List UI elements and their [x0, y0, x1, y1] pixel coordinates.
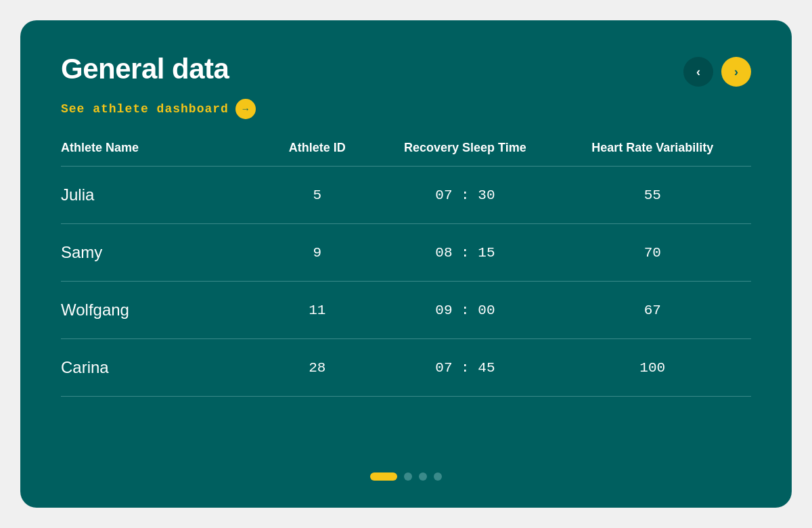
pagination-dots [370, 472, 442, 481]
pagination [61, 472, 751, 481]
cell-sleep: 09 : 00 [376, 303, 554, 318]
data-table: Athlete Name Athlete ID Recovery Sleep T… [61, 141, 751, 454]
cell-sleep: 07 : 45 [376, 360, 554, 376]
nav-buttons: ‹ › [683, 57, 751, 87]
col-header-hrv: Heart Rate Variability [554, 141, 751, 155]
pagination-dot[interactable] [434, 472, 442, 481]
pagination-dot[interactable] [419, 472, 427, 481]
cell-hrv: 70 [554, 245, 751, 261]
title-section: General data [61, 53, 229, 85]
cell-hrv: 55 [554, 188, 751, 203]
col-header-id: Athlete ID [258, 141, 376, 155]
prev-button[interactable]: ‹ [683, 57, 713, 87]
cell-name: Wolfgang [61, 301, 258, 320]
pagination-dot[interactable] [404, 472, 412, 481]
cell-sleep: 08 : 15 [376, 245, 554, 261]
col-header-name: Athlete Name [61, 141, 258, 155]
main-card: General data ‹ › See athlete dashboard →… [20, 20, 792, 508]
card-header: General data ‹ › [61, 53, 751, 87]
table-row: Wolfgang 11 09 : 00 67 [61, 282, 751, 339]
table-header-row: Athlete Name Athlete ID Recovery Sleep T… [61, 141, 751, 167]
cell-id: 11 [258, 303, 376, 318]
table-body: Julia 5 07 : 30 55 Samy 9 08 : 15 70 Wol… [61, 167, 751, 397]
cell-hrv: 67 [554, 303, 751, 318]
cell-id: 9 [258, 245, 376, 261]
table-row: Carina 28 07 : 45 100 [61, 339, 751, 397]
pagination-dot[interactable] [370, 472, 397, 481]
arrow-right-icon: → [235, 99, 256, 119]
cell-id: 5 [258, 188, 376, 203]
dashboard-link[interactable]: See athlete dashboard → [61, 99, 751, 119]
table-row: Julia 5 07 : 30 55 [61, 167, 751, 224]
cell-hrv: 100 [554, 360, 751, 376]
cell-name: Carina [61, 358, 258, 377]
table-row: Samy 9 08 : 15 70 [61, 224, 751, 282]
col-header-sleep: Recovery Sleep Time [376, 141, 554, 155]
page-title: General data [61, 53, 229, 85]
dashboard-link-text: See athlete dashboard [61, 102, 229, 116]
cell-id: 28 [258, 360, 376, 376]
cell-sleep: 07 : 30 [376, 188, 554, 203]
next-button[interactable]: › [721, 57, 751, 87]
cell-name: Samy [61, 243, 258, 262]
cell-name: Julia [61, 185, 258, 204]
